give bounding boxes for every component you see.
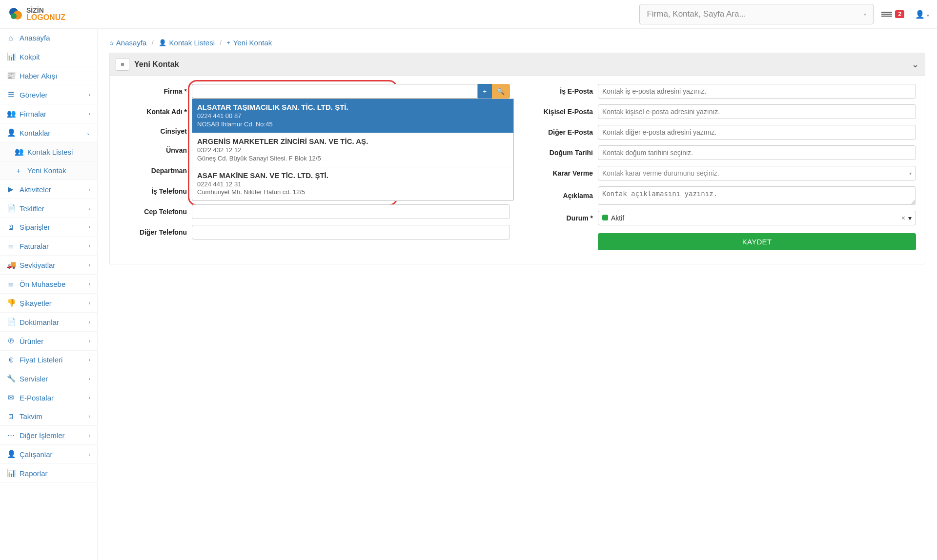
sidebar: ⌂Anasayfa📊Kokpit📰Haber Akışı☰Görevler‹👥F… xyxy=(0,29,98,560)
diger-eposta-input[interactable] xyxy=(598,125,916,140)
firma-option[interactable]: ALSATAR TAŞIMACILIK SAN. TİC. LTD. ŞTİ.0… xyxy=(192,99,513,133)
sidebar-item-aktiviteler[interactable]: ▶Aktiviteler‹ xyxy=(0,180,97,199)
list-icon xyxy=(881,11,892,18)
sidebar-item-sevkiyatlar[interactable]: 🚚Sevkiyatlar‹ xyxy=(0,256,97,275)
sidebar-item-firmalar[interactable]: 👥Firmalar‹ xyxy=(0,104,97,123)
sidebar-item-ön-muhasebe[interactable]: ≣Ön Muhasebe‹ xyxy=(0,275,97,294)
diger-telefonu-input[interactable] xyxy=(192,225,510,240)
durum-select[interactable]: Aktif×▾ xyxy=(598,211,916,225)
thumb-icon: 👎 xyxy=(7,299,15,307)
sidebar-item-dokümanlar[interactable]: 📄Dokümanlar‹ xyxy=(0,313,97,332)
chevron-left-icon: ‹ xyxy=(89,339,90,344)
label-cinsiyet: Cinsiyet xyxy=(119,127,187,135)
breadcrumb-list[interactable]: 👤 Kontak Listesi xyxy=(159,39,215,47)
notifications-button[interactable]: 2 xyxy=(881,10,904,18)
firma-add-button[interactable]: + xyxy=(478,84,492,99)
chevron-left-icon: ‹ xyxy=(89,281,90,287)
sidebar-item-anasayfa[interactable]: ⌂Anasayfa xyxy=(0,29,97,47)
sidebar-label: Servisler xyxy=(20,375,48,383)
kisisel-eposta-input[interactable] xyxy=(598,104,916,119)
is-eposta-input[interactable] xyxy=(598,84,916,99)
save-button[interactable]: KAYDET xyxy=(598,233,916,250)
firma-input[interactable] xyxy=(192,84,478,99)
label-durum: Durum * xyxy=(525,214,593,222)
sidebar-label: Faturalar xyxy=(20,242,49,250)
sidebar-item-e-postalar[interactable]: ✉E-Postalar‹ xyxy=(0,388,97,407)
list-icon: ≣ xyxy=(7,280,15,288)
karar-select[interactable]: Kontak karar verme durumunu seçiniz.▾ xyxy=(598,166,916,180)
chevron-down-icon: ⌄ xyxy=(86,130,90,136)
menu-icon: ≡ xyxy=(121,61,124,68)
breadcrumb-sep: / xyxy=(151,39,153,47)
sidebar-item-takvim[interactable]: 🗓Takvim‹ xyxy=(0,407,97,426)
breadcrumb-new[interactable]: + Yeni Kontak xyxy=(226,39,272,47)
panel-collapse-button[interactable]: ⌄ xyxy=(912,59,919,70)
cep-telefonu-input[interactable] xyxy=(192,204,510,219)
sidebar-item-görevler[interactable]: ☰Görevler‹ xyxy=(0,85,97,104)
global-search[interactable]: Firma, Kontak, Sayfa Ara... ▾ xyxy=(639,4,874,24)
chevron-left-icon: ‹ xyxy=(89,206,90,211)
label-kisisel-eposta: Kişisel E-Posta xyxy=(525,108,593,116)
label-diger-telefonu: Diğer Telefonu xyxy=(119,228,187,236)
euro-icon: € xyxy=(7,356,15,364)
sidebar-item-faturalar[interactable]: ≣Faturalar‹ xyxy=(0,237,97,256)
file-icon: 📄 xyxy=(7,204,15,213)
sidebar-label: Diğer İşlemler xyxy=(20,431,65,440)
breadcrumb-home[interactable]: ⌂ Anasayfa xyxy=(109,39,146,47)
video-icon: ▶ xyxy=(7,185,15,194)
sidebar-item-ürünler[interactable]: ℗Ürünler‹ xyxy=(0,332,97,351)
svg-point-2 xyxy=(11,13,17,19)
label-cep-telefonu: Cep Telefonu xyxy=(119,208,187,216)
sidebar-item-siparişler[interactable]: 🗓Siparişler‹ xyxy=(0,218,97,237)
sidebar-label: Dokümanlar xyxy=(20,318,59,326)
sidebar-item-fiyat-listeleri[interactable]: €Fiyat Listeleri‹ xyxy=(0,351,97,369)
logo-text-1: SİZİN xyxy=(26,7,65,14)
sidebar-item-diğer-i̇şlemler[interactable]: ⋯Diğer İşlemler‹ xyxy=(0,426,97,445)
chevron-left-icon: ‹ xyxy=(89,376,90,381)
news-icon: 📰 xyxy=(7,71,15,80)
dogum-input[interactable] xyxy=(598,145,916,160)
user-menu[interactable]: 👤 ▾ xyxy=(915,10,929,19)
sidebar-sub-yeni-kontak[interactable]: +Yeni Kontak xyxy=(0,161,97,180)
label-aciklama: Açıklama xyxy=(525,192,593,200)
sidebar-item-teklifler[interactable]: 📄Teklifler‹ xyxy=(0,199,97,218)
main-content: ⌂ Anasayfa / 👤 Kontak Listesi / + Yeni K… xyxy=(98,29,937,560)
firma-option-detail: 0224 441 00 87NOSAB Ihlamur Cd. No:45 xyxy=(197,112,509,129)
firma-search-button[interactable]: 🔍 xyxy=(492,84,510,99)
firma-option[interactable]: ASAF MAKİNE SAN. VE TİC. LTD. ŞTİ.0224 4… xyxy=(192,167,513,201)
sidebar-item-servisler[interactable]: 🔧Servisler‹ xyxy=(0,369,97,388)
aciklama-textarea[interactable] xyxy=(598,186,916,205)
chevron-left-icon: ‹ xyxy=(89,187,90,192)
firma-dropdown: ALSATAR TAŞIMACILIK SAN. TİC. LTD. ŞTİ.0… xyxy=(192,99,514,201)
home-icon: ⌂ xyxy=(109,39,113,46)
sidebar-item-haber-akışı[interactable]: 📰Haber Akışı xyxy=(0,66,97,85)
clear-icon[interactable]: × xyxy=(901,214,905,222)
sidebar-item-raporlar[interactable]: 📊Raporlar xyxy=(0,464,97,483)
sidebar-sub-kontak-listesi[interactable]: 👥Kontak Listesi xyxy=(0,142,97,161)
sidebar-label: Fiyat Listeleri xyxy=(20,356,62,364)
plus-icon: + xyxy=(226,39,230,46)
sidebar-item-kokpit[interactable]: 📊Kokpit xyxy=(0,47,97,66)
sidebar-item-şikayetler[interactable]: 👎Şikayetler‹ xyxy=(0,294,97,313)
caret-down-icon: ▾ xyxy=(927,13,929,18)
sidebar-item-çalışanlar[interactable]: 👤Çalışanlar‹ xyxy=(0,445,97,464)
firma-option[interactable]: ARGENİS MARKETLER ZİNCİRİ SAN. VE TİC. A… xyxy=(192,133,513,167)
chevron-left-icon: ‹ xyxy=(89,243,90,249)
cal2-icon: 🗓 xyxy=(7,412,15,420)
chevron-left-icon: ‹ xyxy=(89,452,90,457)
label-unvan: Ünvan xyxy=(119,146,187,154)
label-departman: Departman xyxy=(119,167,187,175)
firma-option-detail: 0224 441 12 31Cumhuriyet Mh. Nilüfer Hat… xyxy=(197,180,509,197)
field-firma: Firma * + 🔍 ALSATAR TAŞIMACILIK SAN. TİC… xyxy=(119,84,510,99)
sidebar-item-kontaklar[interactable]: 👤Kontaklar⌄ xyxy=(0,123,97,142)
group-icon: 👥 xyxy=(7,109,15,118)
chevron-left-icon: ‹ xyxy=(89,395,90,400)
caret-down-icon: ▾ xyxy=(908,214,912,222)
panel-menu-button[interactable]: ≡ xyxy=(116,58,129,71)
sidebar-label: Sevkiyatlar xyxy=(20,261,55,269)
search-icon: 🔍 xyxy=(497,88,505,95)
logo: SİZİN LOGONUZ xyxy=(8,6,86,22)
home-icon: ⌂ xyxy=(7,34,15,42)
chevron-left-icon: ‹ xyxy=(89,300,90,306)
topbar: SİZİN LOGONUZ Firma, Kontak, Sayfa Ara..… xyxy=(0,0,937,29)
